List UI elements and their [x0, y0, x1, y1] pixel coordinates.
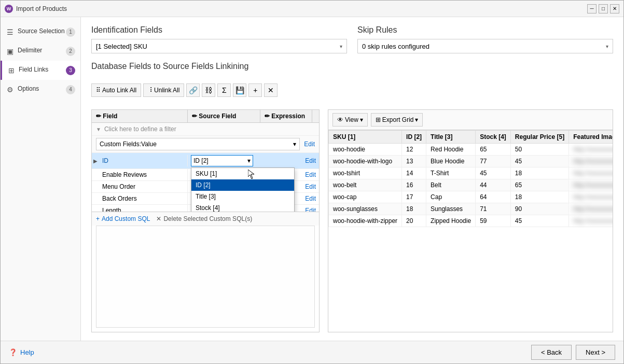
- add-custom-sql-label: Add Custom SQL: [102, 215, 150, 222]
- back-button[interactable]: < Back: [531, 345, 572, 360]
- sidebar: ☰ Source Selection 1 ▣ Delimiter 2 ⊞ Fie…: [1, 17, 81, 341]
- unlink-all-button[interactable]: ⠸ Unlink All: [143, 83, 184, 97]
- content-area: Identification Fields [1 Selected] SKU ▾…: [81, 17, 623, 341]
- main-content: ☰ Source Selection 1 ▣ Delimiter 2 ⊞ Fie…: [1, 17, 623, 341]
- grid-cell-sku: woo-cap: [329, 191, 402, 203]
- dropdown-option-stock[interactable]: Stock [4]: [191, 202, 294, 212]
- grid-row: woo-belt16Belt4465http://xxxxxxxxxxxxxxx: [329, 179, 613, 191]
- grid-cell-featured_image: http://xxxxxxxxxxxxxxx: [569, 179, 613, 191]
- save-button[interactable]: 💾: [233, 83, 246, 97]
- title-bar: W Import of Products ─ □ ✕: [1, 1, 623, 17]
- custom-fields-value: Custom Fields:Value: [100, 141, 157, 148]
- identification-section: Identification Fields [1 Selected] SKU ▾: [91, 25, 347, 53]
- skip-rules-dropdown[interactable]: 0 skip rules configured ▾: [357, 39, 613, 53]
- footer: ❓ Help < Back Next >: [1, 341, 623, 363]
- row-edit-id[interactable]: Edit: [302, 157, 319, 164]
- dropdown-option-title[interactable]: Title [3]: [191, 191, 294, 202]
- grid-col-title: Title [3]: [426, 131, 476, 144]
- custom-fields-edit-link[interactable]: Edit: [304, 141, 315, 148]
- dropdown-option-sku[interactable]: SKU [1]: [191, 168, 294, 179]
- delimiter-icon: ▣: [7, 47, 13, 55]
- grid-cell-stock: 64: [476, 191, 511, 203]
- grid-col-stock: Stock [4]: [476, 131, 511, 144]
- view-icon: 👁: [337, 116, 343, 123]
- delete-button[interactable]: ✕: [264, 83, 278, 97]
- grid-header-row: SKU [1] ID [2] Title [3] Stock [4] Regul…: [329, 131, 613, 144]
- filter-row[interactable]: ▼ Click here to define a filter: [92, 123, 319, 136]
- link-button[interactable]: 🔗: [186, 83, 200, 97]
- source-dropdown-value: ID [2]: [193, 157, 209, 164]
- view-arrow-icon: ▾: [360, 116, 363, 123]
- grid-cell-featured_image: http://xxxxxxxxxxxxxxx: [569, 203, 613, 215]
- add-button[interactable]: +: [248, 83, 262, 97]
- add-custom-sql-button[interactable]: + Add Custom SQL: [96, 215, 150, 222]
- row-edit-menu-order[interactable]: Edit: [302, 183, 319, 190]
- auto-link-all-button[interactable]: ⠿ Auto Link All: [91, 83, 141, 97]
- close-button[interactable]: ✕: [610, 4, 619, 13]
- delete-custom-sql-button[interactable]: ✕ Delete Selected Custom SQL(s): [156, 215, 252, 222]
- left-panel: ✏ Field ✏ Source Field ✏ Expression: [91, 109, 320, 332]
- identification-arrow-icon: ▾: [340, 44, 342, 49]
- grid-cell-stock: 45: [476, 167, 511, 179]
- grid-row: woo-hoodie-with-logo13Blue Hoodie7745htt…: [329, 156, 613, 167]
- sidebar-item-delimiter[interactable]: ▣ Delimiter 2: [1, 41, 80, 61]
- grid-col-id: ID [2]: [402, 131, 426, 144]
- bottom-panel: + Add Custom SQL ✕ Delete Selected Custo…: [92, 212, 319, 226]
- unlink-button[interactable]: ⛓: [202, 83, 215, 97]
- db-section-title: Database Fields to Source Fields Linkini…: [91, 62, 613, 71]
- dropdown-option-id[interactable]: ID [2]: [191, 179, 294, 191]
- sidebar-item-source-selection[interactable]: ☰ Source Selection 1: [1, 22, 80, 41]
- grid-row: woo-tshirt14T-Shirt4518http://xxxxxxxxxx…: [329, 167, 613, 179]
- data-rows: ▶ ID ID [2] ▾: [92, 153, 319, 212]
- window-title: Import of Products: [16, 5, 67, 12]
- data-grid: SKU [1] ID [2] Title [3] Stock [4] Regul…: [328, 130, 613, 332]
- view-button[interactable]: 👁 View ▾: [332, 113, 368, 127]
- export-grid-button[interactable]: ⊞ Export Grid ▾: [371, 113, 423, 127]
- field-links-icon: ⊞: [8, 66, 15, 75]
- col-header-field: ✏ Field: [92, 110, 188, 122]
- title-bar-left: W Import of Products: [5, 5, 67, 13]
- grid-cell-stock: 71: [476, 203, 511, 215]
- lower-section: ✏ Field ✏ Source Field ✏ Expression: [91, 109, 613, 332]
- grid-cell-id: 17: [402, 191, 426, 203]
- minimize-button[interactable]: ─: [587, 4, 597, 13]
- grid-cell-sku: woo-belt: [329, 179, 402, 191]
- grid-cell-regular_price: 65: [510, 179, 568, 191]
- row-edit-length[interactable]: Edit: [302, 207, 319, 212]
- sidebar-label-delimiter: Delimiter: [18, 47, 42, 54]
- custom-fields-dropdown[interactable]: Custom Fields:Value ▾: [96, 138, 300, 150]
- identification-value: [1 Selected] SKU: [96, 43, 147, 50]
- sidebar-item-options[interactable]: ⚙ Options 4: [1, 80, 80, 99]
- grid-cell-id: 13: [402, 156, 426, 167]
- main-window: W Import of Products ─ □ ✕ ☰ Source Sele…: [0, 0, 624, 364]
- sum-button[interactable]: Σ: [217, 83, 231, 97]
- row-edit-enable-reviews[interactable]: Edit: [302, 171, 319, 178]
- grid-cell-title: Belt: [426, 179, 476, 191]
- grid-cell-id: 14: [402, 167, 426, 179]
- grid-cell-title: T-Shirt: [426, 167, 476, 179]
- help-link[interactable]: ❓ Help: [9, 348, 34, 356]
- grid-row: woo-hoodie12Red Hoodie6550http://xxxxxxx…: [329, 144, 613, 156]
- grid-cell-title: Zipped Hoodie: [426, 215, 476, 227]
- source-dropdown-popup: SKU [1] ID [2] Title [3] Stock [4] Regul…: [191, 167, 295, 212]
- grid-cell-id: 16: [402, 179, 426, 191]
- next-button[interactable]: Next >: [576, 345, 615, 360]
- sql-area[interactable]: [96, 226, 315, 328]
- identification-dropdown[interactable]: [1 Selected] SKU ▾: [91, 39, 347, 53]
- field-table-header: ✏ Field ✏ Source Field ✏ Expression: [92, 110, 319, 123]
- field-table: ✏ Field ✏ Source Field ✏ Expression: [92, 110, 319, 212]
- sidebar-number-2: 2: [66, 47, 75, 56]
- grid-row: woo-hoodie-with-zipper20Zipped Hoodie594…: [329, 215, 613, 227]
- view-label: View: [345, 116, 358, 123]
- grid-cell-regular_price: 90: [510, 203, 568, 215]
- sidebar-label-source-selection: Source Selection: [18, 27, 65, 35]
- row-field-back-orders: Back Orders: [99, 193, 188, 204]
- source-dropdown[interactable]: ID [2] ▾: [191, 155, 253, 166]
- sidebar-item-field-links[interactable]: ⊞ Field Links 3: [1, 61, 80, 80]
- grid-col-regular-price: Regular Price [5]: [510, 131, 568, 144]
- row-edit-back-orders[interactable]: Edit: [302, 195, 319, 202]
- sidebar-number-1: 1: [66, 27, 75, 37]
- custom-fields-row: Custom Fields:Value ▾ Edit: [92, 136, 319, 153]
- grid-cell-featured_image: http://xxxxxxxxxxxxxxx: [569, 156, 613, 167]
- maximize-button[interactable]: □: [599, 4, 608, 13]
